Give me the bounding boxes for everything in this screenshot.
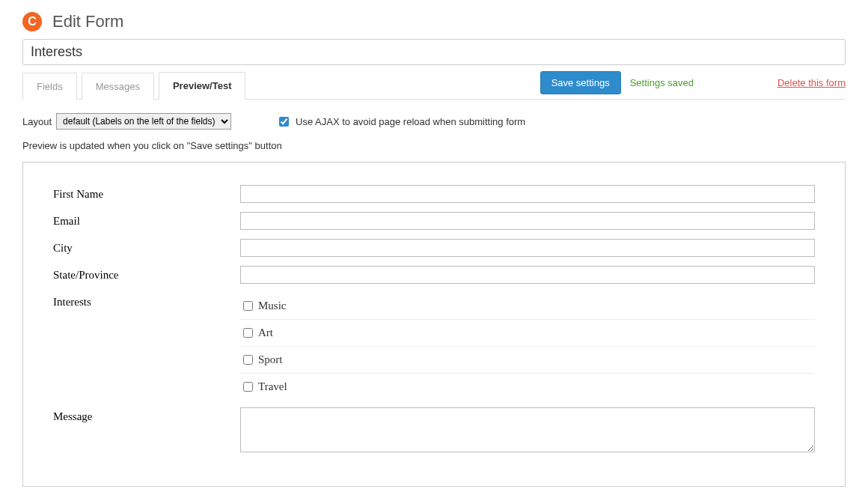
form-row-message: Message [53,407,815,455]
interest-option: Travel [240,374,815,400]
interest-checkbox-sport[interactable] [243,355,253,365]
email-input[interactable] [240,212,815,230]
firstname-input[interactable] [240,185,815,203]
field-label: Message [53,407,240,423]
interest-checkbox-travel[interactable] [243,382,253,392]
save-button[interactable]: Save settings [540,71,621,94]
tab-preview-test[interactable]: Preview/Test [159,72,246,100]
interest-option: Art [240,320,815,347]
ajax-option: Use AJAX to avoid page reload when submi… [276,115,525,129]
form-row-state: State/Province [53,266,815,284]
field-label: Email [53,212,240,228]
state-input[interactable] [240,266,815,284]
field-label: City [53,239,240,255]
logo-icon: C [22,12,42,31]
interest-label: Art [258,326,273,339]
interest-option: Sport [240,347,815,374]
page-title: Edit Form [52,12,123,31]
interest-option: Music [240,293,815,320]
field-label: State/Province [53,266,240,282]
interest-label: Sport [258,353,283,366]
interest-label: Music [258,300,287,312]
page-header: C Edit Form [22,0,846,39]
layout-select[interactable]: default (Labels on the left of the field… [56,113,231,130]
interests-list: Music Art Sport Travel [240,293,815,407]
interest-label: Travel [258,380,287,393]
layout-label: Layout [22,116,52,127]
options-row: Layout default (Labels on the left of th… [22,100,846,137]
layout-option: Layout default (Labels on the left of th… [22,113,231,130]
tab-fields[interactable]: Fields [22,73,77,100]
preview-box: First Name Email City State/Province Int… [22,162,846,487]
status-saved: Settings saved [630,77,694,88]
message-textarea[interactable] [240,407,815,452]
interest-checkbox-music[interactable] [243,301,253,311]
field-label: First Name [53,185,240,201]
ajax-label: Use AJAX to avoid page reload when submi… [296,116,525,127]
tabs-row: Fields Messages Preview/Test Save settin… [22,71,846,100]
preview-note: Preview is updated when you click on "Sa… [22,140,846,151]
form-row-city: City [53,239,815,257]
field-label: Interests [53,293,240,309]
tabs-actions: Save settings Settings saved Delete this… [540,71,846,99]
ajax-checkbox[interactable] [279,117,289,127]
form-row-email: Email [53,212,815,230]
form-name-input[interactable] [22,39,846,65]
form-row-firstname: First Name [53,185,815,203]
interest-checkbox-art[interactable] [243,328,253,338]
tab-messages[interactable]: Messages [82,73,154,100]
form-row-interests: Interests Music Art Sport Travel [53,293,815,407]
city-input[interactable] [240,239,815,257]
delete-form-link[interactable]: Delete this form [777,77,846,88]
